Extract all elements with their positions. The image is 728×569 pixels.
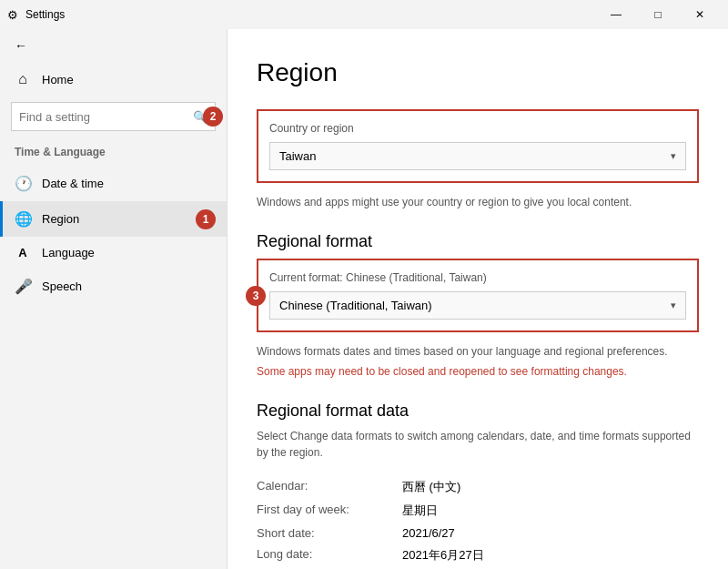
country-value: Taiwan — [279, 149, 316, 163]
search-box[interactable]: 🔍 — [11, 102, 216, 131]
settings-icon: ⚙ — [7, 8, 18, 22]
sidebar-item-speech[interactable]: 🎤 Speech — [0, 269, 227, 304]
title-bar-controls: — □ ✕ — [595, 0, 721, 29]
back-button[interactable]: ← — [0, 29, 227, 62]
row-label: Long date: — [257, 544, 402, 567]
microphone-icon: 🎤 — [15, 278, 31, 295]
sidebar-item-language-label: Language — [42, 246, 95, 259]
row-value: 2021年6月27日 — [402, 544, 699, 567]
home-icon: ⌂ — [15, 71, 31, 87]
country-label: Country or region — [269, 122, 686, 135]
country-section: Country or region Taiwan ▾ Windows and a… — [257, 109, 699, 210]
sidebar-section-title: Time & Language — [0, 142, 227, 166]
title-bar: ⚙ Settings — □ ✕ — [0, 0, 728, 29]
sidebar-item-home-label: Home — [42, 73, 74, 86]
sidebar: ← ⌂ Home 🔍 2 Time & Language 🕐 Date & ti… — [0, 29, 228, 569]
search-wrapper: 🔍 2 — [0, 102, 227, 131]
country-dropdown[interactable]: Taiwan ▾ — [269, 142, 686, 170]
title-bar-title: Settings — [25, 8, 65, 21]
regional-format-description: Windows formats dates and times based on… — [257, 343, 699, 360]
sidebar-item-region[interactable]: 🌐 Region — [0, 201, 227, 237]
regional-data-heading: Regional format data — [257, 401, 699, 421]
regional-data-section: Regional format data Select Change data … — [257, 401, 699, 569]
country-outlined-box: Country or region Taiwan ▾ — [257, 109, 699, 183]
minimize-button[interactable]: — — [595, 0, 637, 29]
row-value: 2021/6/27 — [402, 523, 699, 544]
table-row: Short date:2021/6/27 — [257, 523, 699, 544]
language-icon: A — [15, 246, 31, 259]
row-label: First day of week: — [257, 499, 402, 523]
globe-icon: 🌐 — [15, 210, 31, 228]
sidebar-item-region-label: Region — [42, 212, 79, 226]
table-row: First day of week:星期日 — [257, 499, 699, 523]
search-input[interactable] — [19, 110, 193, 124]
regional-data-description: Select Change data formats to switch amo… — [257, 428, 699, 461]
sidebar-item-speech-label: Speech — [42, 279, 82, 293]
search-icon: 🔍 — [193, 110, 207, 124]
regional-format-value: Chinese (Traditional, Taiwan) — [279, 299, 432, 312]
row-label: Calendar: — [257, 475, 402, 499]
row-label: Short date: — [257, 523, 402, 544]
row-value: 西曆 (中文) — [402, 475, 699, 499]
back-arrow-icon: ← — [15, 38, 27, 53]
table-row: Long date:2021年6月27日 — [257, 544, 699, 567]
sidebar-item-datetime[interactable]: 🕐 Date & time — [0, 166, 227, 201]
table-row: Calendar:西曆 (中文) — [257, 475, 699, 499]
regional-format-dropdown[interactable]: Chinese (Traditional, Taiwan) ▾ — [269, 291, 686, 320]
chevron-down-icon-2: ▾ — [671, 300, 676, 311]
main-content: Region Country or region Taiwan ▾ Window… — [228, 29, 728, 569]
title-bar-left: ⚙ Settings — [7, 8, 65, 22]
annotation-3: 3 — [246, 286, 266, 306]
close-button[interactable]: ✕ — [679, 0, 721, 29]
sidebar-item-home[interactable]: ⌂ Home — [0, 62, 227, 97]
sidebar-item-datetime-label: Date & time — [42, 177, 104, 190]
clock-icon: 🕐 — [15, 175, 31, 192]
regional-format-warning: Some apps may need to be closed and reop… — [257, 363, 699, 380]
maximize-button[interactable]: □ — [637, 0, 679, 29]
row-value: 星期日 — [402, 499, 699, 523]
regional-format-outlined-box: 3 Current format: Chinese (Traditional, … — [257, 259, 699, 332]
sidebar-item-language[interactable]: A Language — [0, 237, 227, 269]
region-nav-wrapper: 🌐 Region 1 — [0, 201, 227, 237]
regional-format-section: Regional format 3 Current format: Chines… — [257, 232, 699, 380]
country-description: Windows and apps might use your country … — [257, 194, 699, 210]
page-title: Region — [257, 58, 699, 87]
current-format-label: Current format: Chinese (Traditional, Ta… — [269, 271, 686, 284]
regional-format-heading: Regional format — [257, 232, 699, 251]
chevron-down-icon: ▾ — [671, 150, 676, 162]
regional-data-table: Calendar:西曆 (中文)First day of week:星期日Sho… — [257, 475, 699, 569]
app-container: ← ⌂ Home 🔍 2 Time & Language 🕐 Date & ti… — [0, 29, 728, 569]
